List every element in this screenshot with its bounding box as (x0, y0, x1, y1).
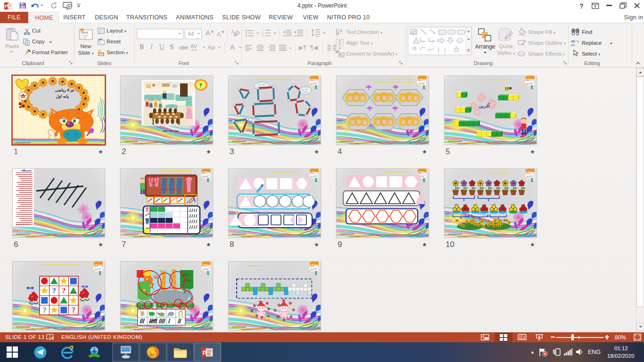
svg-text:P: P (203, 350, 206, 356)
svg-text:آفرین: آفرین (479, 103, 490, 109)
svg-text:}: } (444, 47, 446, 53)
svg-text:3: 3 (262, 34, 264, 37)
svg-text:A: A (339, 28, 343, 33)
svg-text:AV: AV (190, 43, 198, 49)
svg-text:ac: ac (571, 43, 575, 46)
svg-text:۴: ۴ (199, 82, 202, 89)
svg-text:?: ? (42, 306, 46, 314)
svg-text:?: ? (579, 2, 584, 9)
svg-text:?: ? (72, 306, 75, 314)
svg-text:?: ? (52, 287, 56, 295)
svg-text:{: { (438, 47, 439, 53)
svg-text:?: ? (62, 287, 66, 295)
